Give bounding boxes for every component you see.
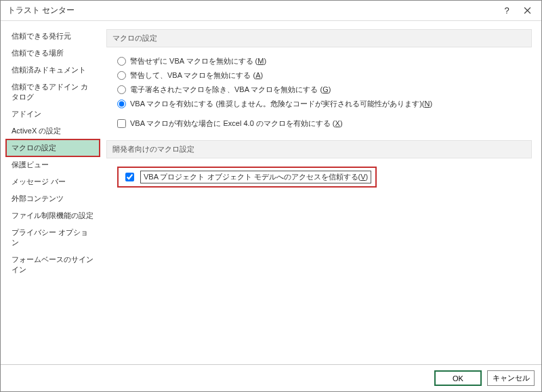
dialog-body: 信頼できる発行元信頼できる場所信頼済みドキュメント信頼できるアドイン カタログア… (1, 21, 541, 364)
macro-radio-3[interactable] (117, 100, 126, 108)
sidebar-item-4[interactable]: アドイン (6, 106, 100, 123)
macro-radio-option-3[interactable]: VBA マクロを有効にする (推奨しません。危険なコードが実行される可能性があり… (117, 97, 526, 111)
sidebar-item-8[interactable]: メッセージ バー (6, 173, 100, 190)
cancel-button[interactable]: キャンセル (487, 370, 535, 386)
window-title: トラスト センター (7, 5, 497, 16)
trust-vba-highlight: VBA プロジェクト オブジェクト モデルへのアクセスを信頼する(V) (117, 167, 377, 188)
macro-radio-label-1: 警告して、VBA マクロを無効にする (A) (130, 70, 263, 81)
sidebar-item-12[interactable]: フォームベースのサインイン (6, 251, 100, 278)
macro-radio-1[interactable] (117, 71, 126, 80)
sidebar-item-9[interactable]: 外部コンテンツ (6, 190, 100, 207)
titlebar: トラスト センター ? (1, 1, 541, 21)
dialog-footer: OK キャンセル (1, 364, 541, 391)
macro-radio-2[interactable] (117, 85, 126, 94)
sidebar-item-0[interactable]: 信頼できる発行元 (6, 28, 100, 45)
enable-excel4-label: VBA マクロが有効な場合に Excel 4.0 のマクロを有効にする (X) (130, 118, 343, 129)
sidebar-item-3[interactable]: 信頼できるアドイン カタログ (6, 79, 100, 106)
macro-radio-option-0[interactable]: 警告せずに VBA マクロを無効にする (M) (117, 54, 526, 68)
enable-excel4-checkbox[interactable] (117, 119, 126, 128)
sidebar-item-7[interactable]: 保護ビュー (6, 156, 100, 173)
category-sidebar: 信頼できる発行元信頼できる場所信頼済みドキュメント信頼できるアドイン カタログア… (6, 25, 100, 364)
sidebar-item-11[interactable]: プライバシー オプション (6, 224, 100, 251)
macro-radio-option-2[interactable]: 電子署名されたマクロを除き、VBA マクロを無効にする (G) (117, 83, 526, 97)
developer-settings-header: 開発者向けのマクロ設定 (106, 140, 532, 158)
macro-radio-option-1[interactable]: 警告して、VBA マクロを無効にする (A) (117, 68, 526, 83)
macro-settings-header: マクロの設定 (106, 29, 532, 47)
trust-vba-label[interactable]: VBA プロジェクト オブジェクト モデルへのアクセスを信頼する(V) (140, 171, 371, 183)
macro-radio-label-3: VBA マクロを有効にする (推奨しません。危険なコードが実行される可能性があり… (130, 99, 432, 109)
trust-center-window: トラスト センター ? 信頼できる発行元信頼できる場所信頼済みドキュメント信頼で… (0, 0, 542, 392)
content-panel: マクロの設定 警告せずに VBA マクロを無効にする (M)警告して、VBA マ… (100, 25, 536, 364)
macro-radio-label-0: 警告せずに VBA マクロを無効にする (M) (130, 56, 266, 66)
sidebar-item-10[interactable]: ファイル制限機能の設定 (6, 207, 100, 224)
help-button[interactable]: ? (497, 1, 517, 21)
sidebar-item-6[interactable]: マクロの設定 (6, 139, 100, 156)
macro-radio-0[interactable] (117, 57, 126, 66)
macro-settings-body: 警告せずに VBA マクロを無効にする (M)警告して、VBA マクロを無効にす… (106, 47, 532, 116)
sidebar-item-1[interactable]: 信頼できる場所 (6, 45, 100, 62)
sidebar-item-2[interactable]: 信頼済みドキュメント (6, 62, 100, 79)
close-button[interactable] (517, 1, 537, 21)
macro-radio-label-2: 電子署名されたマクロを除き、VBA マクロを無効にする (G) (130, 85, 331, 95)
close-icon (524, 7, 531, 14)
enable-excel4-option[interactable]: VBA マクロが有効な場合に Excel 4.0 のマクロを有効にする (X) (117, 116, 526, 131)
trust-vba-checkbox[interactable] (125, 173, 134, 181)
sidebar-item-5[interactable]: ActiveX の設定 (6, 123, 100, 139)
ok-button[interactable]: OK (434, 370, 482, 386)
